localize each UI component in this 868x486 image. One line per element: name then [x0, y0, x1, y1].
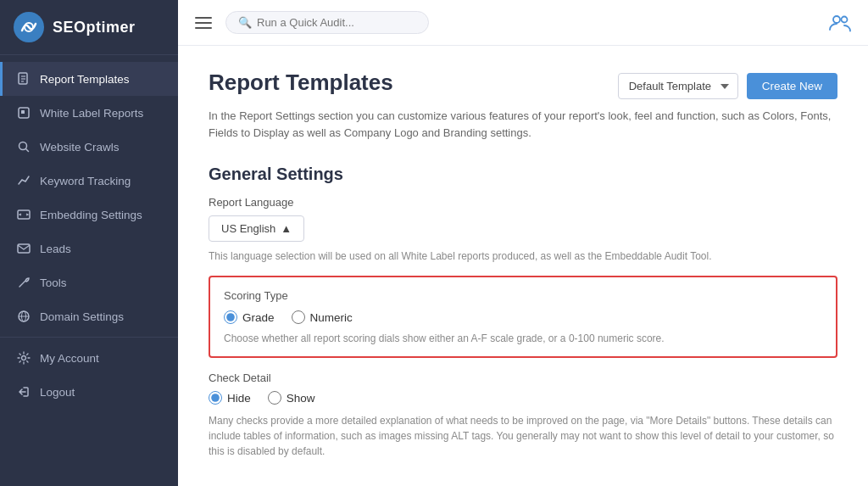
sidebar-label-white-label: White Label Reports [40, 107, 143, 120]
scoring-grade-label: Grade [242, 311, 275, 324]
search-bar: 🔍 [225, 11, 429, 34]
language-value: US English [221, 222, 275, 235]
scoring-grade-radio[interactable] [224, 310, 237, 324]
page-title: Report Templates [209, 70, 393, 96]
svg-line-9 [26, 149, 29, 152]
create-new-button[interactable]: Create New [747, 73, 837, 99]
sidebar-label-embedding-settings: Embedding Settings [40, 209, 142, 221]
check-detail-hide-label: Hide [227, 392, 251, 405]
tag-icon [16, 105, 31, 120]
scoring-type-section: Scoring Type Grade Numeric Choose whethe… [209, 276, 837, 358]
sidebar-label-keyword-tracking: Keyword Tracking [40, 175, 131, 187]
svg-point-16 [833, 16, 840, 23]
page-header: Report Templates Default Template Create… [209, 70, 837, 99]
search-input[interactable] [257, 16, 409, 29]
check-detail-radio-group: Hide Show [209, 391, 837, 405]
sidebar-item-keyword-tracking[interactable]: Keyword Tracking [0, 164, 178, 198]
sidebar-divider [0, 337, 178, 338]
sidebar-item-embedding-settings[interactable]: Embedding Settings [0, 198, 178, 232]
sidebar-label-logout: Logout [40, 386, 75, 399]
sidebar-item-tools[interactable]: Tools [0, 265, 178, 299]
user-avatar-button[interactable] [826, 8, 854, 37]
sidebar-item-report-templates[interactable]: Report Templates [0, 62, 178, 96]
check-detail-label: Check Detail [209, 371, 837, 384]
page-description: In the Report Settings section you can c… [209, 108, 837, 141]
globe-icon [16, 309, 31, 324]
mail-icon [16, 241, 31, 256]
sidebar-label-tools: Tools [40, 277, 67, 289]
search-circle-icon [16, 139, 31, 154]
sidebar-item-leads[interactable]: Leads [0, 232, 178, 265]
scoring-type-radio-group: Grade Numeric [224, 310, 822, 324]
header-controls: Default Template Create New [618, 73, 837, 99]
check-detail-show-radio[interactable] [268, 391, 281, 405]
brand-name: SEOptimer [53, 19, 136, 36]
sidebar-label-leads: Leads [40, 243, 71, 255]
sidebar: SEOptimer Report Templates White Label R… [0, 0, 178, 486]
language-hint: This language selection will be used on … [209, 250, 837, 262]
sidebar-item-my-account[interactable]: My Account [0, 341, 178, 375]
svg-point-17 [842, 16, 848, 22]
main-area: 🔍 Report Templates Default Template Crea… [178, 0, 868, 486]
sidebar-item-logout[interactable]: Logout [0, 375, 178, 409]
check-detail-hide-radio[interactable] [209, 391, 222, 405]
svg-point-15 [22, 356, 26, 360]
users-icon [828, 13, 852, 33]
scoring-type-hint: Choose whether all report scoring dials … [224, 332, 822, 344]
template-select[interactable]: Default Template [618, 73, 738, 99]
sidebar-item-domain-settings[interactable]: Domain Settings [0, 299, 178, 333]
sidebar-label-website-crawls: Website Crawls [40, 141, 120, 154]
check-detail-hide-option[interactable]: Hide [209, 391, 251, 405]
sidebar-label-domain-settings: Domain Settings [40, 310, 124, 323]
check-detail-show-option[interactable]: Show [268, 391, 315, 405]
sidebar-label-report-templates: Report Templates [40, 73, 130, 86]
scoring-numeric-radio[interactable] [292, 310, 305, 324]
scoring-grade-option[interactable]: Grade [224, 310, 275, 324]
chevron-up-icon: ▲ [281, 222, 292, 235]
scoring-type-label: Scoring Type [224, 289, 822, 302]
check-detail-section: Check Detail Hide Show Many checks provi… [209, 371, 837, 459]
topbar: 🔍 [178, 0, 868, 46]
page-content: Report Templates Default Template Create… [178, 46, 868, 486]
search-icon: 🔍 [238, 16, 252, 29]
embed-icon [16, 207, 31, 222]
svg-rect-11 [18, 244, 30, 253]
logout-icon [16, 384, 31, 399]
sidebar-item-white-label-reports[interactable]: White Label Reports [0, 96, 178, 130]
sidebar-nav: Report Templates White Label Reports Web… [0, 55, 178, 486]
seoptimer-logo-icon [14, 12, 44, 42]
tool-icon [16, 275, 31, 290]
gear-icon [16, 350, 31, 366]
hamburger-button[interactable] [192, 14, 215, 32]
sidebar-logo: SEOptimer [0, 0, 178, 55]
scoring-numeric-label: Numeric [310, 311, 353, 324]
check-detail-hint: Many checks provide a more detailed expl… [209, 413, 837, 459]
report-language-label: Report Language [209, 196, 837, 209]
sidebar-label-my-account: My Account [40, 352, 99, 365]
check-detail-show-label: Show [287, 392, 315, 405]
svg-rect-7 [21, 110, 25, 114]
scoring-numeric-option[interactable]: Numeric [292, 310, 353, 324]
trend-icon [16, 173, 31, 188]
file-icon [16, 71, 31, 87]
sidebar-item-website-crawls[interactable]: Website Crawls [0, 130, 178, 164]
general-settings-title: General Settings [209, 165, 837, 184]
language-selector-button[interactable]: US English ▲ [209, 215, 304, 242]
